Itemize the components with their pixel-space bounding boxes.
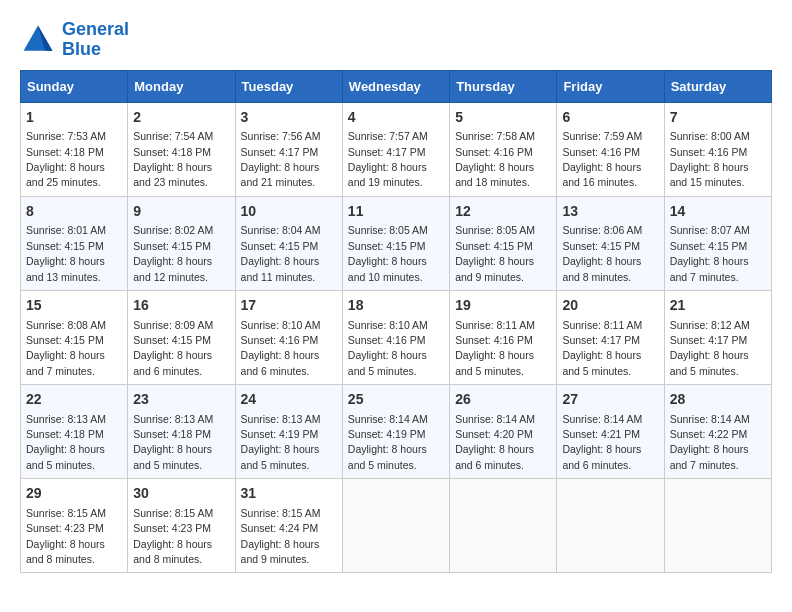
day-number: 4 (348, 108, 444, 128)
calendar-cell: 26 Sunrise: 8:14 AMSunset: 4:20 PMDaylig… (450, 385, 557, 479)
day-info: Sunrise: 7:54 AMSunset: 4:18 PMDaylight:… (133, 130, 213, 188)
calendar-cell: 7 Sunrise: 8:00 AMSunset: 4:16 PMDayligh… (664, 102, 771, 196)
day-info: Sunrise: 8:13 AMSunset: 4:18 PMDaylight:… (26, 413, 106, 471)
day-number: 16 (133, 296, 229, 316)
day-number: 30 (133, 484, 229, 504)
day-info: Sunrise: 8:00 AMSunset: 4:16 PMDaylight:… (670, 130, 750, 188)
day-info: Sunrise: 8:12 AMSunset: 4:17 PMDaylight:… (670, 319, 750, 377)
day-number: 2 (133, 108, 229, 128)
day-info: Sunrise: 8:14 AMSunset: 4:19 PMDaylight:… (348, 413, 428, 471)
calendar-cell: 27 Sunrise: 8:14 AMSunset: 4:21 PMDaylig… (557, 385, 664, 479)
day-info: Sunrise: 7:53 AMSunset: 4:18 PMDaylight:… (26, 130, 106, 188)
calendar-cell (557, 479, 664, 573)
day-number: 9 (133, 202, 229, 222)
day-number: 27 (562, 390, 658, 410)
calendar-cell: 19 Sunrise: 8:11 AMSunset: 4:16 PMDaylig… (450, 290, 557, 384)
calendar-cell: 2 Sunrise: 7:54 AMSunset: 4:18 PMDayligh… (128, 102, 235, 196)
day-number: 22 (26, 390, 122, 410)
day-number: 10 (241, 202, 337, 222)
calendar-cell: 1 Sunrise: 7:53 AMSunset: 4:18 PMDayligh… (21, 102, 128, 196)
calendar-cell: 11 Sunrise: 8:05 AMSunset: 4:15 PMDaylig… (342, 196, 449, 290)
day-number: 29 (26, 484, 122, 504)
day-number: 18 (348, 296, 444, 316)
day-number: 21 (670, 296, 766, 316)
calendar-header: SundayMondayTuesdayWednesdayThursdayFrid… (21, 70, 772, 102)
day-number: 15 (26, 296, 122, 316)
weekday-header: Wednesday (342, 70, 449, 102)
calendar-cell (342, 479, 449, 573)
day-info: Sunrise: 8:14 AMSunset: 4:21 PMDaylight:… (562, 413, 642, 471)
weekday-header: Friday (557, 70, 664, 102)
calendar-cell: 30 Sunrise: 8:15 AMSunset: 4:23 PMDaylig… (128, 479, 235, 573)
logo-text: General Blue (62, 20, 129, 60)
day-info: Sunrise: 8:13 AMSunset: 4:18 PMDaylight:… (133, 413, 213, 471)
day-info: Sunrise: 8:15 AMSunset: 4:23 PMDaylight:… (133, 507, 213, 565)
calendar-cell (450, 479, 557, 573)
page-header: General Blue (20, 20, 772, 60)
day-info: Sunrise: 8:13 AMSunset: 4:19 PMDaylight:… (241, 413, 321, 471)
day-info: Sunrise: 8:05 AMSunset: 4:15 PMDaylight:… (348, 224, 428, 282)
day-info: Sunrise: 8:08 AMSunset: 4:15 PMDaylight:… (26, 319, 106, 377)
day-info: Sunrise: 8:05 AMSunset: 4:15 PMDaylight:… (455, 224, 535, 282)
day-info: Sunrise: 8:07 AMSunset: 4:15 PMDaylight:… (670, 224, 750, 282)
calendar-week-row: 22 Sunrise: 8:13 AMSunset: 4:18 PMDaylig… (21, 385, 772, 479)
day-number: 11 (348, 202, 444, 222)
calendar-cell: 24 Sunrise: 8:13 AMSunset: 4:19 PMDaylig… (235, 385, 342, 479)
day-info: Sunrise: 8:15 AMSunset: 4:23 PMDaylight:… (26, 507, 106, 565)
logo-icon (20, 22, 56, 58)
calendar-cell (664, 479, 771, 573)
day-number: 20 (562, 296, 658, 316)
day-number: 24 (241, 390, 337, 410)
day-info: Sunrise: 8:04 AMSunset: 4:15 PMDaylight:… (241, 224, 321, 282)
calendar-cell: 13 Sunrise: 8:06 AMSunset: 4:15 PMDaylig… (557, 196, 664, 290)
day-number: 12 (455, 202, 551, 222)
calendar-cell: 29 Sunrise: 8:15 AMSunset: 4:23 PMDaylig… (21, 479, 128, 573)
weekday-header: Monday (128, 70, 235, 102)
day-info: Sunrise: 8:01 AMSunset: 4:15 PMDaylight:… (26, 224, 106, 282)
calendar-week-row: 29 Sunrise: 8:15 AMSunset: 4:23 PMDaylig… (21, 479, 772, 573)
day-info: Sunrise: 8:02 AMSunset: 4:15 PMDaylight:… (133, 224, 213, 282)
calendar-cell: 31 Sunrise: 8:15 AMSunset: 4:24 PMDaylig… (235, 479, 342, 573)
day-number: 26 (455, 390, 551, 410)
day-number: 7 (670, 108, 766, 128)
weekday-header: Tuesday (235, 70, 342, 102)
day-number: 6 (562, 108, 658, 128)
day-info: Sunrise: 7:56 AMSunset: 4:17 PMDaylight:… (241, 130, 321, 188)
calendar-cell: 18 Sunrise: 8:10 AMSunset: 4:16 PMDaylig… (342, 290, 449, 384)
day-number: 25 (348, 390, 444, 410)
day-number: 14 (670, 202, 766, 222)
day-number: 23 (133, 390, 229, 410)
day-number: 1 (26, 108, 122, 128)
calendar-cell: 16 Sunrise: 8:09 AMSunset: 4:15 PMDaylig… (128, 290, 235, 384)
day-info: Sunrise: 8:11 AMSunset: 4:17 PMDaylight:… (562, 319, 642, 377)
calendar-cell: 9 Sunrise: 8:02 AMSunset: 4:15 PMDayligh… (128, 196, 235, 290)
calendar-cell: 22 Sunrise: 8:13 AMSunset: 4:18 PMDaylig… (21, 385, 128, 479)
day-number: 13 (562, 202, 658, 222)
day-info: Sunrise: 8:10 AMSunset: 4:16 PMDaylight:… (241, 319, 321, 377)
day-info: Sunrise: 8:06 AMSunset: 4:15 PMDaylight:… (562, 224, 642, 282)
day-number: 17 (241, 296, 337, 316)
day-number: 28 (670, 390, 766, 410)
calendar-table: SundayMondayTuesdayWednesdayThursdayFrid… (20, 70, 772, 574)
calendar-cell: 3 Sunrise: 7:56 AMSunset: 4:17 PMDayligh… (235, 102, 342, 196)
calendar-cell: 8 Sunrise: 8:01 AMSunset: 4:15 PMDayligh… (21, 196, 128, 290)
calendar-cell: 10 Sunrise: 8:04 AMSunset: 4:15 PMDaylig… (235, 196, 342, 290)
calendar-week-row: 15 Sunrise: 8:08 AMSunset: 4:15 PMDaylig… (21, 290, 772, 384)
calendar-cell: 20 Sunrise: 8:11 AMSunset: 4:17 PMDaylig… (557, 290, 664, 384)
day-info: Sunrise: 8:10 AMSunset: 4:16 PMDaylight:… (348, 319, 428, 377)
calendar-cell: 25 Sunrise: 8:14 AMSunset: 4:19 PMDaylig… (342, 385, 449, 479)
calendar-week-row: 8 Sunrise: 8:01 AMSunset: 4:15 PMDayligh… (21, 196, 772, 290)
calendar-cell: 14 Sunrise: 8:07 AMSunset: 4:15 PMDaylig… (664, 196, 771, 290)
weekday-header: Saturday (664, 70, 771, 102)
day-number: 3 (241, 108, 337, 128)
day-number: 5 (455, 108, 551, 128)
day-number: 19 (455, 296, 551, 316)
weekday-header: Sunday (21, 70, 128, 102)
calendar-week-row: 1 Sunrise: 7:53 AMSunset: 4:18 PMDayligh… (21, 102, 772, 196)
day-info: Sunrise: 8:11 AMSunset: 4:16 PMDaylight:… (455, 319, 535, 377)
day-info: Sunrise: 8:14 AMSunset: 4:22 PMDaylight:… (670, 413, 750, 471)
day-number: 31 (241, 484, 337, 504)
calendar-cell: 5 Sunrise: 7:58 AMSunset: 4:16 PMDayligh… (450, 102, 557, 196)
calendar-cell: 21 Sunrise: 8:12 AMSunset: 4:17 PMDaylig… (664, 290, 771, 384)
day-info: Sunrise: 7:58 AMSunset: 4:16 PMDaylight:… (455, 130, 535, 188)
